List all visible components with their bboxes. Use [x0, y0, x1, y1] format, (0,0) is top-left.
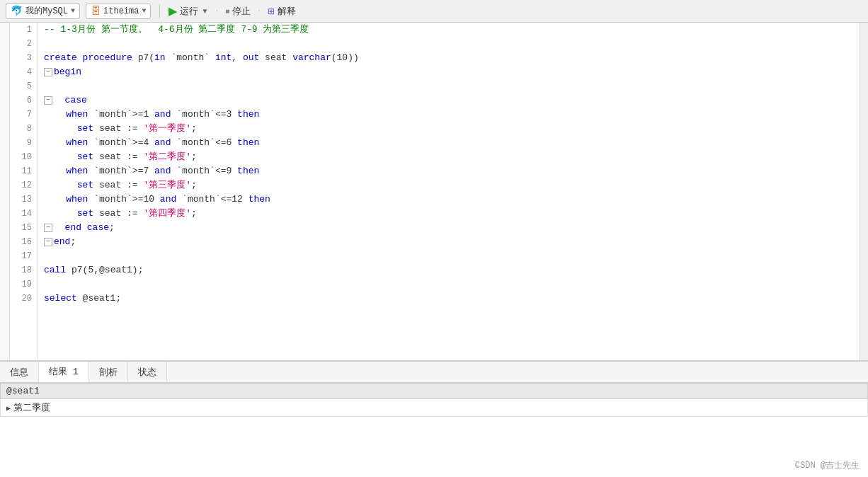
line-number-6: 6: [16, 93, 32, 108]
token-normal: ;: [191, 207, 197, 221]
code-line-6: − case: [44, 93, 854, 108]
token-normal: >=4: [132, 136, 154, 150]
toolbar-separator: ·: [214, 6, 219, 16]
token-keyword: set: [77, 150, 93, 164]
token-keyword: and: [154, 164, 171, 178]
db1-label: 我的MySQL: [25, 5, 68, 17]
token-normal: [88, 136, 93, 150]
token-keyword: out: [243, 51, 259, 65]
code-line-12: set seat := '第三季度';: [44, 178, 854, 192]
explain-icon: ⊞: [268, 6, 275, 16]
code-line-2: [44, 37, 854, 51]
tab-状态[interactable]: 状态: [128, 362, 167, 382]
token-normal: [171, 164, 176, 178]
line-number-7: 7: [16, 108, 32, 122]
results-area[interactable]: @seat1▶第二季度: [0, 383, 868, 477]
db2-chevron-icon: ▼: [142, 7, 146, 15]
token-normal: [176, 192, 182, 207]
result-cell: ▶第二季度: [1, 399, 868, 417]
table-row: ▶第二季度: [1, 399, 868, 417]
line-number-16: 16: [16, 235, 32, 249]
token-normal: [166, 51, 171, 65]
code-line-1: -- 1-3月份 第一节度。 4-6月份 第二季度 7-9 为第三季度: [44, 23, 854, 37]
line-number-11: 11: [16, 164, 32, 178]
token-keyword: int: [215, 51, 232, 65]
fold-end-icon-15[interactable]: −: [44, 224, 52, 232]
token-normal: ;: [191, 150, 197, 164]
token-normal: [44, 207, 77, 221]
db2-label: itheima: [103, 6, 139, 16]
line-number-18: 18: [16, 263, 32, 277]
fold-collapse-icon-6[interactable]: −: [44, 96, 52, 105]
token-backtick: `month`: [171, 51, 210, 65]
token-backtick: `month`: [93, 108, 132, 122]
token-normal: ;: [70, 235, 76, 249]
code-line-4: −begin: [44, 65, 854, 79]
line-number-20: 20: [16, 292, 32, 306]
code-line-17: [44, 249, 854, 263]
code-line-9: when `month`>=4 and `month`<=6 then: [44, 136, 854, 150]
db2-selector[interactable]: 🗄 itheima ▼: [86, 4, 151, 19]
token-normal: seat :=: [93, 122, 143, 136]
token-normal: [210, 51, 215, 65]
token-keyword: then: [237, 108, 259, 122]
token-keyword: then: [237, 164, 259, 178]
token-normal: seat :=: [93, 150, 143, 164]
row-marker-icon: ▶: [6, 405, 11, 413]
line-number-15: 15: [16, 221, 32, 235]
token-normal: [44, 150, 77, 164]
explain-button[interactable]: ⊞ 解释: [268, 5, 296, 18]
run-icon: ▶: [169, 4, 177, 18]
tabs-bar: 信息结果 1剖析状态: [0, 362, 868, 383]
token-keyword: when: [44, 192, 88, 207]
token-keyword: then: [249, 192, 270, 207]
editor-area[interactable]: 1234567891011121314151617181920 -- 1-3月份…: [10, 23, 860, 360]
tab-剖析[interactable]: 剖析: [89, 362, 128, 382]
code-line-18: call p7(5,@seat1);: [44, 263, 854, 277]
token-keyword: call: [44, 263, 66, 277]
line-number-4: 4: [16, 65, 32, 79]
toolbar-divider: [159, 4, 160, 18]
token-keyword: and: [154, 136, 171, 150]
token-normal: <=6: [215, 136, 237, 150]
token-backtick: `month`: [176, 136, 215, 150]
token-backtick: `month`: [182, 192, 221, 207]
token-normal: [44, 122, 77, 136]
line-number-2: 2: [16, 37, 32, 51]
code-line-11: when `month`>=7 and `month`<=9 then: [44, 164, 854, 178]
tab-结果 1[interactable]: 结果 1: [39, 362, 89, 382]
token-normal: [88, 108, 93, 122]
fold-end-icon-16[interactable]: −: [44, 238, 52, 246]
line-number-19: 19: [16, 277, 32, 292]
results-column-header: @seat1: [1, 384, 868, 399]
token-keyword: end: [54, 235, 70, 249]
stop-button[interactable]: ■ 停止: [225, 5, 251, 18]
line-number-14: 14: [16, 207, 32, 221]
db1-selector[interactable]: 🐬 我的MySQL ▼: [6, 3, 80, 19]
fold-collapse-icon-4[interactable]: −: [44, 68, 52, 76]
toolbar: 🐬 我的MySQL ▼ 🗄 itheima ▼ ▶ 运行 ▼ · ■ 停止 · …: [0, 0, 868, 23]
db1-icon: 🐬: [11, 5, 23, 17]
code-editor[interactable]: -- 1-3月份 第一节度。 4-6月份 第二季度 7-9 为第三季度 crea…: [38, 23, 860, 360]
token-keyword: begin: [54, 65, 81, 79]
stop-label: 停止: [232, 5, 251, 18]
tab-信息[interactable]: 信息: [0, 362, 39, 382]
token-normal: (10)): [331, 51, 359, 65]
token-normal: seat :=: [93, 207, 143, 221]
run-label: 运行: [180, 5, 198, 18]
token-backtick: `month`: [176, 108, 215, 122]
token-string: '第三季度': [143, 178, 191, 192]
line-numbers: 1234567891011121314151617181920: [10, 23, 38, 360]
token-normal: [88, 192, 93, 207]
code-line-3: create procedure p7(in `month` int, out …: [44, 51, 854, 65]
token-keyword: then: [237, 136, 259, 150]
token-normal: [171, 136, 176, 150]
token-normal: ,: [232, 51, 243, 65]
watermark: CSDN @吉士先生: [795, 459, 860, 471]
code-line-5: [44, 79, 854, 93]
scrollbar[interactable]: [860, 23, 868, 360]
code-line-14: set seat := '第四季度';: [44, 207, 854, 221]
run-button[interactable]: ▶ 运行 ▼: [169, 4, 208, 18]
token-normal: >=7: [132, 164, 154, 178]
token-normal: [44, 178, 77, 192]
